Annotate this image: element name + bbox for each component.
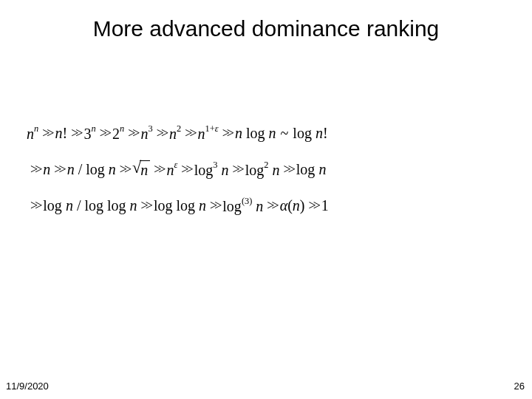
formula-line-2: n n / log n √n nε log3 n log2 n log n <box>27 160 505 179</box>
footer-page-number: 26 <box>514 381 525 392</box>
formula-line-1: nn n! 3n 2n n3 n2 n1+ε n log n ~ log n! <box>27 126 505 141</box>
formula-line-3: log n / log log n log log n log(3) n α(n… <box>27 198 505 214</box>
slide-title: More advanced dominance ranking <box>0 0 532 41</box>
dominance-ranking-formula: nn n! 3n 2n n3 n2 n1+ε n log n ~ log n! … <box>27 126 505 232</box>
footer-date: 11/9/2020 <box>6 381 49 392</box>
